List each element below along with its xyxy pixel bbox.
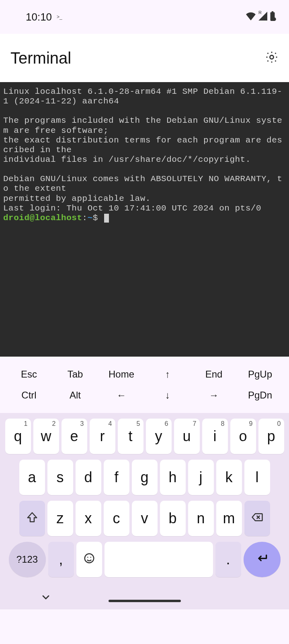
fn-key-tab[interactable]: Tab: [59, 369, 91, 380]
fn-key-[interactable]: ↓: [152, 390, 184, 401]
key-label: x: [85, 510, 92, 527]
prompt-path: ~: [88, 213, 93, 223]
fn-key-esc[interactable]: Esc: [13, 369, 45, 380]
fn-key-[interactable]: →: [198, 390, 230, 401]
key-label: r: [100, 428, 105, 445]
nav-bar: [0, 587, 289, 609]
fn-key-pgup[interactable]: PgUp: [244, 369, 276, 380]
key-t[interactable]: 5t: [118, 419, 143, 454]
emoji-key[interactable]: [76, 542, 102, 577]
key-m[interactable]: m: [216, 501, 242, 536]
key-v[interactable]: v: [132, 501, 158, 536]
key-e[interactable]: 3e: [61, 419, 87, 454]
key-f[interactable]: f: [104, 460, 129, 495]
settings-button[interactable]: [265, 50, 279, 66]
soft-keyboard: 1q2w3e4r5t6y7u8i9o0p asdfghjkl zxcvbnm ?…: [0, 413, 289, 587]
key-w[interactable]: 2w: [33, 419, 59, 454]
fn-key-pgdn[interactable]: PgDn: [244, 390, 276, 401]
key-hint: 8: [221, 420, 225, 427]
symbols-key[interactable]: ?123: [9, 542, 46, 577]
symbols-label: ?123: [16, 554, 38, 565]
fn-key-[interactable]: ↑: [152, 369, 184, 380]
wifi-icon: [246, 12, 256, 22]
key-x[interactable]: x: [76, 501, 101, 536]
fn-key-ctrl[interactable]: Ctrl: [13, 390, 45, 401]
key-a[interactable]: a: [19, 460, 45, 495]
key-h[interactable]: h: [160, 460, 186, 495]
key-p[interactable]: 0p: [258, 419, 284, 454]
signal-icon: R: [258, 12, 267, 22]
battery-icon: [269, 11, 276, 23]
kb-row-3: zxcvbnm: [2, 501, 287, 536]
key-l[interactable]: l: [244, 460, 270, 495]
key-j[interactable]: j: [188, 460, 214, 495]
nav-handle[interactable]: [109, 600, 181, 602]
key-label: p: [267, 428, 275, 445]
key-label: o: [239, 428, 247, 445]
enter-key[interactable]: [244, 542, 281, 577]
period-label: .: [226, 551, 230, 568]
key-hint: 6: [165, 420, 168, 427]
key-i[interactable]: 8i: [202, 419, 228, 454]
status-icons: R: [246, 11, 276, 23]
key-u[interactable]: 7u: [174, 419, 200, 454]
svg-point-6: [90, 557, 91, 558]
key-g[interactable]: g: [132, 460, 158, 495]
svg-rect-1: [272, 11, 273, 12]
key-n[interactable]: n: [188, 501, 214, 536]
fn-key-end[interactable]: End: [198, 369, 230, 380]
key-label: l: [256, 469, 259, 486]
network-label: R: [258, 10, 262, 15]
key-s[interactable]: s: [47, 460, 73, 495]
key-label: j: [199, 469, 203, 486]
key-label: k: [225, 469, 233, 486]
key-hint: 5: [137, 420, 140, 427]
svg-point-3: [270, 55, 273, 59]
key-c[interactable]: c: [104, 501, 129, 536]
fn-key-home[interactable]: Home: [105, 369, 137, 380]
app-header: Terminal: [0, 34, 289, 82]
key-d[interactable]: d: [76, 460, 101, 495]
keyboard-collapse-button[interactable]: [40, 592, 51, 605]
kb-row-4: ?123 , .: [2, 542, 287, 577]
terminal-indicator-icon: >_: [57, 14, 62, 20]
key-label: m: [223, 510, 235, 527]
key-k[interactable]: k: [216, 460, 242, 495]
key-y[interactable]: 6y: [146, 419, 172, 454]
shift-key[interactable]: [19, 501, 45, 536]
key-hint: 4: [109, 420, 112, 427]
key-label: g: [140, 469, 148, 486]
key-label: b: [168, 510, 176, 527]
key-hint: 1: [24, 420, 28, 427]
gear-icon: [265, 58, 279, 65]
space-key[interactable]: [105, 542, 213, 577]
prompt-separator: :: [82, 213, 88, 223]
key-hint: 2: [52, 420, 56, 427]
kb-row-2: asdfghjkl: [2, 460, 287, 495]
key-b[interactable]: b: [160, 501, 186, 536]
fn-key-[interactable]: ←: [105, 390, 137, 401]
status-bar: 10:10 >_ R: [0, 0, 289, 34]
key-r[interactable]: 4r: [90, 419, 115, 454]
kb-row-1: 1q2w3e4r5t6y7u8i9o0p: [2, 419, 287, 454]
fn-key-alt[interactable]: Alt: [59, 390, 91, 401]
key-label: s: [57, 469, 64, 486]
comma-label: ,: [59, 551, 63, 568]
svg-point-2: [273, 17, 276, 21]
key-hint: 7: [193, 420, 197, 427]
clock-text: 10:10: [26, 11, 52, 23]
chevron-down-icon: [40, 597, 51, 604]
period-key[interactable]: .: [215, 542, 241, 577]
key-label: d: [84, 469, 92, 486]
key-o[interactable]: 9o: [230, 419, 256, 454]
backspace-icon: [251, 510, 263, 527]
key-label: z: [57, 510, 64, 527]
key-z[interactable]: z: [47, 501, 73, 536]
terminal-output[interactable]: Linux localhost 6.1.0-28-arm64 #1 SMP De…: [0, 82, 289, 357]
key-label: a: [28, 469, 36, 486]
key-q[interactable]: 1q: [5, 419, 31, 454]
emoji-icon: [83, 551, 95, 568]
comma-key[interactable]: ,: [48, 542, 74, 577]
app-title: Terminal: [10, 49, 71, 67]
backspace-key[interactable]: [244, 501, 270, 536]
